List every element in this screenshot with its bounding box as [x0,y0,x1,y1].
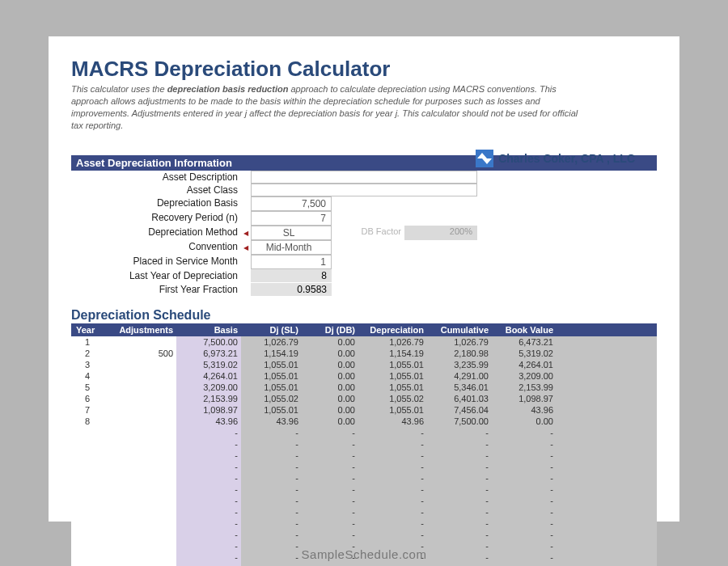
table-cell: - [492,563,557,566]
table-cell [104,370,176,382]
table-cell: - [492,517,557,529]
input-asset-description[interactable] [251,171,477,184]
label-depreciation-method: Depreciation Method [71,226,241,240]
label-asset-description: Asset Description [71,171,241,184]
table-cell: - [427,517,492,529]
table-cell: - [241,495,302,506]
schedule-header-row: Year Adjustments Basis Dj (SL) Dj (DB) D… [71,323,657,336]
table-cell [71,506,104,517]
table-cell: 0.00 [302,336,358,348]
table-cell [104,427,176,438]
col-header-book-value: Book Value [492,325,557,335]
table-cell: - [302,438,358,450]
col-adjustments: 500 [104,336,176,566]
desc-pre: This calculator uses the [71,84,167,94]
table-cell [71,517,104,529]
table-cell: 7,500.00 [427,416,492,427]
table-cell: - [176,438,241,450]
table-cell [104,472,176,484]
table-cell [71,450,104,461]
table-cell: 2,153.99 [492,382,557,393]
table-cell [104,393,176,404]
logo-icon [476,150,493,167]
table-cell: 43.96 [492,404,557,416]
table-cell [71,495,104,506]
table-cell [104,450,176,461]
table-cell: - [492,450,557,461]
table-cell [104,517,176,529]
table-cell [104,563,176,566]
table-cell: 3,209.00 [492,370,557,382]
table-cell: - [427,563,492,566]
table-cell: - [302,517,358,529]
table-cell: 4,264.01 [492,359,557,370]
table-cell: - [302,495,358,506]
table-cell: 0.00 [302,404,358,416]
table-cell: - [358,461,427,472]
table-cell: 2 [71,348,104,359]
table-cell: - [358,517,427,529]
input-placed-in-service[interactable]: 1 [251,255,332,269]
table-cell: - [176,427,241,438]
table-cell: - [302,472,358,484]
table-cell [104,506,176,517]
table-cell: 5 [71,382,104,393]
table-cell: 4,264.01 [176,370,241,382]
table-cell: 6 [71,393,104,404]
table-cell [71,563,104,566]
table-cell: - [241,461,302,472]
description-text: This calculator uses the depreciation ba… [71,83,589,131]
table-cell: - [302,427,358,438]
label-last-year: Last Year of Depreciation [71,269,241,283]
table-cell: - [176,529,241,540]
table-cell: - [241,472,302,484]
col-book-value: 6,473.215,319.024,264.013,209.002,153.99… [492,336,557,566]
table-cell: - [176,472,241,484]
table-cell: - [302,529,358,540]
col-dj-sl: 1,026.791,154.191,055.011,055.011,055.01… [241,336,302,566]
table-cell: 7,500.00 [176,336,241,348]
dropdown-chevron-icon: ◀ [241,240,251,255]
table-cell: 0.00 [302,370,358,382]
input-recovery-period[interactable]: 7 [251,211,332,226]
table-cell: 1,055.01 [241,359,302,370]
table-cell: - [176,450,241,461]
table-cell [104,495,176,506]
branding: Charles Coker, CPA , LLC [476,150,635,167]
input-asset-class[interactable] [251,184,477,196]
table-cell [71,529,104,540]
table-cell [71,484,104,495]
table-cell: 7 [71,404,104,416]
schedule-body: 12345678 500 7,500.006,973.215,319.024,2… [71,336,657,566]
table-cell: - [492,472,557,484]
table-cell: 1,055.01 [358,370,427,382]
table-cell: 1,055.01 [358,359,427,370]
table-cell: 1,154.19 [241,348,302,359]
col-filler [557,336,657,566]
table-cell: - [427,484,492,495]
input-depreciation-method[interactable]: SL [251,226,332,240]
table-cell: 1,026.79 [241,336,302,348]
table-cell: 1,026.79 [427,336,492,348]
table-cell: 1,055.01 [241,404,302,416]
col-header-dj-db: Dj (DB) [302,325,358,335]
table-cell: 1,055.01 [358,382,427,393]
table-cell: 5,319.02 [176,359,241,370]
desc-bold: depreciation basis reduction [167,84,289,94]
table-cell: - [176,517,241,529]
label-depreciation-basis: Depreciation Basis [71,196,241,211]
table-cell: 1,098.97 [492,393,557,404]
input-depreciation-basis[interactable]: 7,500 [251,196,332,211]
col-header-year: Year [71,325,104,335]
table-cell: - [302,461,358,472]
label-db-factor: DB Factor [332,226,404,240]
table-cell: - [302,563,358,566]
table-cell: - [427,461,492,472]
table-cell: 0.00 [302,348,358,359]
input-convention[interactable]: Mid-Month [251,240,332,255]
table-cell [71,472,104,484]
label-first-year-fraction: First Year Fraction [71,283,241,297]
table-cell: - [241,484,302,495]
table-cell: 6,401.03 [427,393,492,404]
table-cell: 3,209.00 [176,382,241,393]
